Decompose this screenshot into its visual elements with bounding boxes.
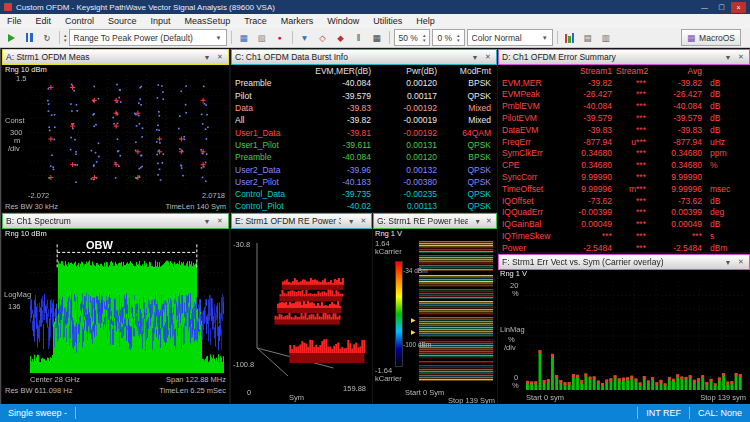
range-label: Rng 10 dBm <box>5 66 47 74</box>
obw-label: OBW <box>86 241 113 249</box>
pause-button[interactable] <box>21 30 37 45</box>
panel-title: C: Ch1 OFDM Data Burst Info <box>235 52 348 62</box>
macro-button[interactable]: ▦ MacroOS <box>681 29 741 46</box>
table-row: IQTimeSkew*********s <box>498 230 750 242</box>
window-titlebar[interactable]: Custom OFDM - Keysight PathWave Vector S… <box>0 0 750 14</box>
measurement-setup-button[interactable]: ▧ <box>254 30 270 45</box>
center-freq-label: Center 28 GHz <box>30 376 80 384</box>
menu-item[interactable]: Trace <box>237 14 274 28</box>
trace-data-button[interactable]: ▥ <box>598 30 614 45</box>
restart-button[interactable]: ↻ <box>39 30 55 45</box>
layout-grid-button[interactable]: ▤ <box>580 30 596 45</box>
range-spinner[interactable]: ▴▾ <box>64 33 67 42</box>
play-button[interactable] <box>3 30 19 45</box>
panel-close-icon[interactable]: ✕ <box>485 217 493 225</box>
spectrum-canvas[interactable] <box>30 239 224 373</box>
panel-titlebar[interactable]: F: Strm1 Err Vect vs. Sym (Carrier overl… <box>498 254 750 270</box>
panel-menu-icon[interactable]: ▼ <box>474 218 482 225</box>
toolbar-separator <box>59 31 60 44</box>
heatmap-canvas[interactable] <box>419 241 493 381</box>
range-selector-dropdown[interactable]: Range To Peak Power (Default) ▼ <box>69 29 227 46</box>
panel-title: F: Strm1 Err Vect vs. Sym (Carrier overl… <box>502 257 664 267</box>
maximize-icon[interactable]: ▢ <box>714 2 729 13</box>
overlap-percent-value: 0 % <box>437 33 452 43</box>
scale-div-label: /div <box>8 145 20 153</box>
table-row: User1_Data-39.81-0.0019264QAM <box>231 126 497 138</box>
table-row: Preamble-40.0840.00120BPSK <box>231 77 497 89</box>
res-bw-label: Res BW 30 kHz <box>5 203 58 211</box>
marker-table-icon: ▦ <box>373 33 381 43</box>
table-row: Power-2.5484***-2.5484dBm <box>498 242 750 252</box>
menu-item[interactable]: MeasSetup <box>178 14 238 28</box>
panel-menu-icon[interactable]: ▼ <box>202 218 212 225</box>
colorbar <box>395 261 403 367</box>
err-vect-canvas[interactable] <box>526 282 743 390</box>
autoscale-button[interactable]: ▦ <box>236 30 252 45</box>
average-percent-spinner[interactable]: ▴▾ <box>423 33 426 42</box>
re-power-3d-canvas[interactable] <box>245 237 368 382</box>
menu-item[interactable]: Source <box>101 14 144 28</box>
menu-item[interactable]: Window <box>320 14 366 28</box>
panel-titlebar[interactable]: D: Ch1 OFDM Error Summary ▼ ✕ <box>498 49 750 65</box>
panel-close-icon[interactable]: ✕ <box>359 217 368 225</box>
panel-ofdm-error-summary: D: Ch1 OFDM Error Summary ▼ ✕ Stream1 St… <box>497 48 750 253</box>
trace-type-label: LinMag <box>500 326 525 334</box>
marker-table-button[interactable]: ▦ <box>369 30 385 45</box>
rgb-bars-icon <box>565 33 575 43</box>
average-percent-input[interactable]: 50 % ▴▾ <box>394 29 431 46</box>
overlap-percent-input[interactable]: 0 % ▴▾ <box>432 29 464 46</box>
menu-item[interactable]: Control <box>58 14 101 28</box>
panel-titlebar[interactable]: A: Strm1 OFDM Meas ▼ ✕ <box>2 49 229 65</box>
sweep-status[interactable]: Single sweep - <box>0 408 75 418</box>
heatmap-marker-icon[interactable]: ▶ <box>411 317 416 323</box>
panel-titlebar[interactable]: E: Strm1 OFDM RE Power 3D ▼ ✕ <box>231 213 372 229</box>
panel-menu-icon[interactable]: ▼ <box>347 218 356 225</box>
panel-close-icon[interactable]: ✕ <box>736 258 746 266</box>
panel-titlebar[interactable]: B: Ch1 Spectrum ▼ ✕ <box>2 213 229 229</box>
panel-titlebar[interactable]: C: Ch1 OFDM Data Burst Info ▼ ✕ <box>231 49 497 65</box>
constellation-canvas[interactable] <box>30 75 224 190</box>
menu-bar: FileEditControlSourceInputMeasSetupTrace… <box>0 14 750 29</box>
status-bar: Single sweep - INT REF CAL: None <box>0 404 750 422</box>
res-bw-label: Res BW 611.098 Hz <box>5 387 72 395</box>
marker-bars-button[interactable]: ‖ <box>351 30 367 45</box>
menu-item[interactable]: Help <box>409 14 442 28</box>
marker-down-icon: ▼ <box>300 33 308 43</box>
table-row: Preamble-40.0840.00120BPSK <box>231 151 497 163</box>
panel-menu-icon[interactable]: ▼ <box>723 54 733 61</box>
heatmap-marker-icon[interactable]: ▶ <box>411 329 416 335</box>
menu-item[interactable]: Edit <box>29 14 59 28</box>
menu-item[interactable]: Utilities <box>366 14 409 28</box>
panel-re-power-3d: E: Strm1 OFDM RE Power 3D ▼ ✕ -30.8 -100… <box>230 212 373 405</box>
panel-menu-icon[interactable]: ▼ <box>202 54 212 61</box>
record-icon: ● <box>277 34 281 41</box>
panel-close-icon[interactable]: ✕ <box>736 53 746 61</box>
color-mode-dropdown[interactable]: Color Normal ▼ <box>467 29 553 46</box>
table-row: SyncCorr9.99990***9.99990 <box>498 171 750 183</box>
spectrum-plot-area: Rng 10 dBm OBW LogMag 136 Center 28 GHz … <box>2 229 229 404</box>
panel-close-icon[interactable]: ✕ <box>215 217 225 225</box>
panel-close-icon[interactable]: ✕ <box>483 53 493 61</box>
marker-solid-button[interactable]: ◆ <box>333 30 349 45</box>
menu-item[interactable]: File <box>0 14 29 28</box>
panel-title: A: Strm1 OFDM Meas <box>6 52 90 62</box>
panel-menu-icon[interactable]: ▼ <box>470 54 480 61</box>
span-label: Span 122.88 MHz <box>166 376 226 384</box>
table-row: Pilot-39.5790.00117QPSK <box>231 90 497 102</box>
col-avg-header: Avg <box>650 66 706 76</box>
marker-diamond-button[interactable]: ◇ <box>315 30 331 45</box>
panel-menu-icon[interactable]: ▼ <box>723 259 733 266</box>
trace-colors-button[interactable] <box>562 30 578 45</box>
panel-titlebar[interactable]: G: Strm1 RE Power Heatmap ▼ ✕ <box>373 213 497 229</box>
menu-item[interactable]: Input <box>144 14 178 28</box>
table-row: User2_Data-39.960.00132QPSK <box>231 163 497 175</box>
close-icon[interactable]: × <box>731 2 746 13</box>
menu-item[interactable]: Markers <box>274 14 321 28</box>
panel-close-icon[interactable]: ✕ <box>215 53 225 61</box>
overlap-percent-spinner[interactable]: ▴▾ <box>457 33 460 42</box>
minimize-icon[interactable]: — <box>697 2 712 13</box>
trace-data-icon: ▥ <box>602 33 610 43</box>
marker-next-button[interactable]: ▼ <box>297 30 313 45</box>
record-button[interactable]: ● <box>272 30 288 45</box>
panel-ofdm-data-burst-info: C: Ch1 OFDM Data Burst Info ▼ ✕ EVM,MER(… <box>230 48 498 213</box>
